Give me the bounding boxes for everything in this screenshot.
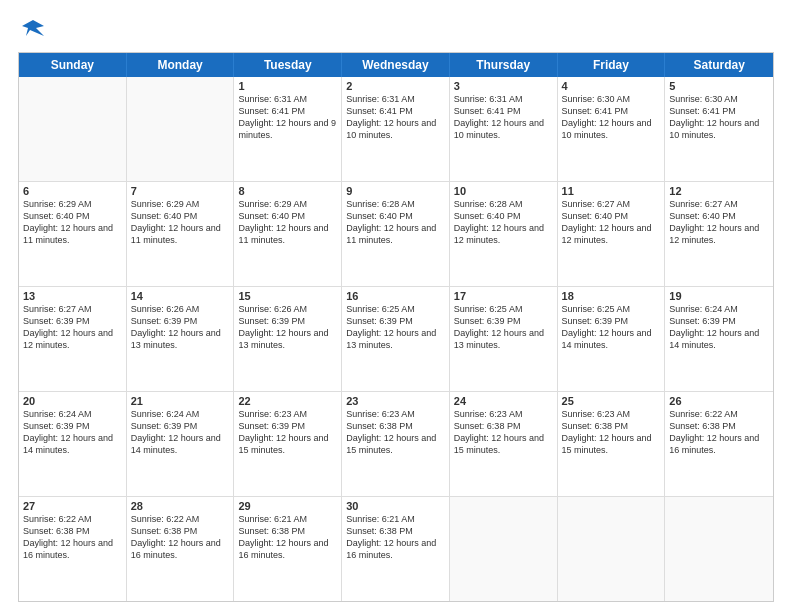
day-info: Sunrise: 6:23 AM Sunset: 6:38 PM Dayligh… [454,408,553,457]
calendar-cell-day-16: 16Sunrise: 6:25 AM Sunset: 6:39 PM Dayli… [342,287,450,391]
calendar-cell-day-9: 9Sunrise: 6:28 AM Sunset: 6:40 PM Daylig… [342,182,450,286]
day-info: Sunrise: 6:30 AM Sunset: 6:41 PM Dayligh… [562,93,661,142]
day-info: Sunrise: 6:24 AM Sunset: 6:39 PM Dayligh… [131,408,230,457]
calendar-cell-empty [127,77,235,181]
weekday-header-friday: Friday [558,53,666,77]
calendar-cell-day-3: 3Sunrise: 6:31 AM Sunset: 6:41 PM Daylig… [450,77,558,181]
calendar-cell-day-8: 8Sunrise: 6:29 AM Sunset: 6:40 PM Daylig… [234,182,342,286]
day-info: Sunrise: 6:22 AM Sunset: 6:38 PM Dayligh… [23,513,122,562]
day-info: Sunrise: 6:29 AM Sunset: 6:40 PM Dayligh… [238,198,337,247]
calendar-cell-empty [450,497,558,601]
calendar-cell-day-29: 29Sunrise: 6:21 AM Sunset: 6:38 PM Dayli… [234,497,342,601]
calendar-cell-day-13: 13Sunrise: 6:27 AM Sunset: 6:39 PM Dayli… [19,287,127,391]
day-number: 12 [669,185,769,197]
day-number: 19 [669,290,769,302]
day-number: 26 [669,395,769,407]
day-number: 7 [131,185,230,197]
day-info: Sunrise: 6:25 AM Sunset: 6:39 PM Dayligh… [562,303,661,352]
calendar-cell-day-22: 22Sunrise: 6:23 AM Sunset: 6:39 PM Dayli… [234,392,342,496]
calendar-header: SundayMondayTuesdayWednesdayThursdayFrid… [19,53,773,77]
calendar-cell-day-2: 2Sunrise: 6:31 AM Sunset: 6:41 PM Daylig… [342,77,450,181]
day-number: 16 [346,290,445,302]
header [18,18,774,42]
calendar-cell-day-30: 30Sunrise: 6:21 AM Sunset: 6:38 PM Dayli… [342,497,450,601]
day-number: 3 [454,80,553,92]
day-number: 11 [562,185,661,197]
day-number: 28 [131,500,230,512]
calendar-cell-day-28: 28Sunrise: 6:22 AM Sunset: 6:38 PM Dayli… [127,497,235,601]
day-info: Sunrise: 6:23 AM Sunset: 6:38 PM Dayligh… [562,408,661,457]
day-info: Sunrise: 6:23 AM Sunset: 6:38 PM Dayligh… [346,408,445,457]
day-number: 29 [238,500,337,512]
weekday-header-saturday: Saturday [665,53,773,77]
calendar-cell-day-27: 27Sunrise: 6:22 AM Sunset: 6:38 PM Dayli… [19,497,127,601]
page: SundayMondayTuesdayWednesdayThursdayFrid… [0,0,792,612]
calendar-row-3: 13Sunrise: 6:27 AM Sunset: 6:39 PM Dayli… [19,286,773,391]
calendar-cell-day-24: 24Sunrise: 6:23 AM Sunset: 6:38 PM Dayli… [450,392,558,496]
calendar-cell-empty [558,497,666,601]
calendar: SundayMondayTuesdayWednesdayThursdayFrid… [18,52,774,602]
calendar-row-2: 6Sunrise: 6:29 AM Sunset: 6:40 PM Daylig… [19,181,773,286]
day-info: Sunrise: 6:23 AM Sunset: 6:39 PM Dayligh… [238,408,337,457]
day-number: 1 [238,80,337,92]
calendar-cell-day-7: 7Sunrise: 6:29 AM Sunset: 6:40 PM Daylig… [127,182,235,286]
day-info: Sunrise: 6:26 AM Sunset: 6:39 PM Dayligh… [238,303,337,352]
calendar-cell-day-6: 6Sunrise: 6:29 AM Sunset: 6:40 PM Daylig… [19,182,127,286]
calendar-cell-day-10: 10Sunrise: 6:28 AM Sunset: 6:40 PM Dayli… [450,182,558,286]
day-info: Sunrise: 6:28 AM Sunset: 6:40 PM Dayligh… [346,198,445,247]
calendar-body: 1Sunrise: 6:31 AM Sunset: 6:41 PM Daylig… [19,77,773,601]
svg-marker-0 [22,20,44,36]
calendar-cell-day-19: 19Sunrise: 6:24 AM Sunset: 6:39 PM Dayli… [665,287,773,391]
day-number: 2 [346,80,445,92]
day-info: Sunrise: 6:26 AM Sunset: 6:39 PM Dayligh… [131,303,230,352]
calendar-cell-day-20: 20Sunrise: 6:24 AM Sunset: 6:39 PM Dayli… [19,392,127,496]
day-info: Sunrise: 6:29 AM Sunset: 6:40 PM Dayligh… [131,198,230,247]
calendar-cell-day-14: 14Sunrise: 6:26 AM Sunset: 6:39 PM Dayli… [127,287,235,391]
calendar-cell-day-5: 5Sunrise: 6:30 AM Sunset: 6:41 PM Daylig… [665,77,773,181]
day-number: 10 [454,185,553,197]
day-info: Sunrise: 6:24 AM Sunset: 6:39 PM Dayligh… [23,408,122,457]
day-info: Sunrise: 6:21 AM Sunset: 6:38 PM Dayligh… [346,513,445,562]
day-number: 9 [346,185,445,197]
calendar-cell-day-25: 25Sunrise: 6:23 AM Sunset: 6:38 PM Dayli… [558,392,666,496]
calendar-cell-day-12: 12Sunrise: 6:27 AM Sunset: 6:40 PM Dayli… [665,182,773,286]
weekday-header-sunday: Sunday [19,53,127,77]
day-number: 27 [23,500,122,512]
day-info: Sunrise: 6:31 AM Sunset: 6:41 PM Dayligh… [454,93,553,142]
day-number: 18 [562,290,661,302]
day-info: Sunrise: 6:24 AM Sunset: 6:39 PM Dayligh… [669,303,769,352]
day-info: Sunrise: 6:30 AM Sunset: 6:41 PM Dayligh… [669,93,769,142]
calendar-row-5: 27Sunrise: 6:22 AM Sunset: 6:38 PM Dayli… [19,496,773,601]
day-info: Sunrise: 6:27 AM Sunset: 6:40 PM Dayligh… [562,198,661,247]
calendar-cell-empty [665,497,773,601]
day-info: Sunrise: 6:27 AM Sunset: 6:40 PM Dayligh… [669,198,769,247]
calendar-row-1: 1Sunrise: 6:31 AM Sunset: 6:41 PM Daylig… [19,77,773,181]
day-number: 23 [346,395,445,407]
day-number: 22 [238,395,337,407]
weekday-header-tuesday: Tuesday [234,53,342,77]
calendar-cell-day-17: 17Sunrise: 6:25 AM Sunset: 6:39 PM Dayli… [450,287,558,391]
calendar-cell-day-26: 26Sunrise: 6:22 AM Sunset: 6:38 PM Dayli… [665,392,773,496]
weekday-header-wednesday: Wednesday [342,53,450,77]
calendar-cell-day-15: 15Sunrise: 6:26 AM Sunset: 6:39 PM Dayli… [234,287,342,391]
day-info: Sunrise: 6:25 AM Sunset: 6:39 PM Dayligh… [346,303,445,352]
calendar-cell-day-21: 21Sunrise: 6:24 AM Sunset: 6:39 PM Dayli… [127,392,235,496]
calendar-cell-day-18: 18Sunrise: 6:25 AM Sunset: 6:39 PM Dayli… [558,287,666,391]
day-number: 21 [131,395,230,407]
day-info: Sunrise: 6:27 AM Sunset: 6:39 PM Dayligh… [23,303,122,352]
day-info: Sunrise: 6:22 AM Sunset: 6:38 PM Dayligh… [669,408,769,457]
day-number: 8 [238,185,337,197]
day-info: Sunrise: 6:21 AM Sunset: 6:38 PM Dayligh… [238,513,337,562]
day-info: Sunrise: 6:22 AM Sunset: 6:38 PM Dayligh… [131,513,230,562]
day-number: 30 [346,500,445,512]
calendar-cell-day-1: 1Sunrise: 6:31 AM Sunset: 6:41 PM Daylig… [234,77,342,181]
day-number: 25 [562,395,661,407]
day-number: 20 [23,395,122,407]
day-info: Sunrise: 6:29 AM Sunset: 6:40 PM Dayligh… [23,198,122,247]
calendar-cell-day-23: 23Sunrise: 6:23 AM Sunset: 6:38 PM Dayli… [342,392,450,496]
day-number: 15 [238,290,337,302]
calendar-cell-day-4: 4Sunrise: 6:30 AM Sunset: 6:41 PM Daylig… [558,77,666,181]
weekday-header-monday: Monday [127,53,235,77]
day-info: Sunrise: 6:31 AM Sunset: 6:41 PM Dayligh… [238,93,337,142]
calendar-cell-day-11: 11Sunrise: 6:27 AM Sunset: 6:40 PM Dayli… [558,182,666,286]
